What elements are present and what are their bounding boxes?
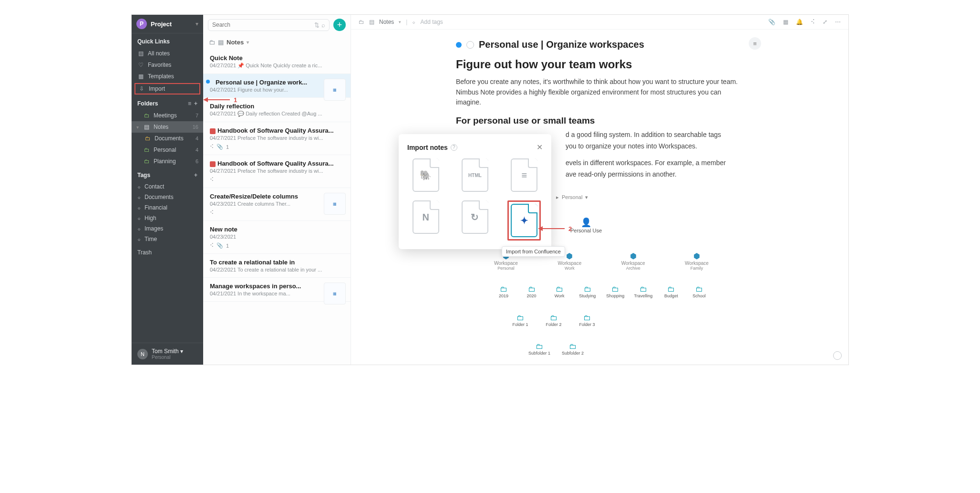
doc-paragraph[interactable]: Before you create any notes, it's worthw… (456, 77, 742, 108)
html-icon: HTML (468, 173, 482, 178)
search-field[interactable] (212, 21, 312, 28)
tag-icon: ⬦ (137, 215, 141, 221)
note-thumbnail: ▦ (324, 283, 346, 304)
person-icon: 👤 (570, 217, 602, 228)
note-list-item[interactable]: Manage workspaces in perso...04/21/2021 … (203, 278, 351, 302)
folder-meetings[interactable]: 🗀 Meetings 7 (132, 110, 203, 121)
folder-documents[interactable]: 🗀 Documents 4 (132, 133, 203, 144)
folder-count: 7 (196, 113, 198, 118)
doc-paragraph-partial: you to organize your notes into Workspac… (566, 141, 742, 152)
folder-personal[interactable]: 🗀 Personal 4 (132, 144, 203, 156)
note-thumbnail: ▦ (324, 193, 346, 215)
filter-icon[interactable]: ⇅ (314, 21, 320, 29)
sidebar-item-all-notes[interactable]: ▤ All notes (132, 48, 203, 59)
note-list-item[interactable]: To create a relational table in04/22/202… (203, 254, 351, 278)
help-icon[interactable]: ? (451, 144, 457, 151)
attachment-icon[interactable]: 📎 (768, 19, 775, 25)
user-workspace: Personal (152, 355, 183, 360)
diagram-person: 👤 Personal Use (570, 217, 602, 233)
import-option-text-icon[interactable]: ≡ (506, 158, 543, 192)
folder-icon: ▤ (144, 124, 151, 130)
close-icon[interactable]: ✕ (536, 143, 543, 152)
folder-count: 6 (196, 158, 198, 164)
sidebar-item-label: All notes (148, 50, 170, 57)
folder-count: 4 (196, 136, 198, 141)
editor-crumb[interactable]: Notes (379, 19, 394, 25)
tag-contact[interactable]: ⬦Contact (132, 181, 203, 192)
note-title[interactable]: Personal use | Organize workspaces (479, 39, 644, 50)
folder-icon[interactable]: 🗀 (359, 19, 364, 25)
import-option-html-icon[interactable]: HTML (456, 158, 493, 192)
template-icon: ▦ (137, 73, 144, 80)
workspace-switcher[interactable]: P Project ▾ (132, 15, 203, 33)
grid-icon[interactable]: ▦ (783, 19, 788, 25)
diagram-breadcrumb: ▸ Personal ▾ (556, 194, 588, 200)
tag-financial[interactable]: ⬦Financial (132, 202, 203, 213)
note-list-item[interactable]: Quick Note04/27/2021 📌 Quick Note Quickl… (203, 50, 351, 74)
user-avatar: N (137, 349, 148, 359)
feedback-icon[interactable] (833, 351, 842, 360)
import-option-evernote-icon[interactable]: 🐘 (407, 158, 444, 192)
folder-icon: 🗀 (144, 112, 151, 119)
sort-icon[interactable]: ≡ (188, 100, 191, 107)
share-small-icon: ⠪ (210, 210, 214, 216)
note-list-item[interactable]: Personal use | Organize work...04/27/202… (203, 74, 351, 98)
modal-title: Import notes (407, 144, 448, 151)
tag-images[interactable]: ⬦Images (132, 223, 203, 234)
block-menu-icon[interactable]: ≡ (749, 37, 761, 50)
doc-subheading[interactable]: For personal use or small teams (456, 115, 742, 126)
expand-icon[interactable]: ⤢ (823, 19, 827, 25)
notes-list-breadcrumb[interactable]: 🗀 ▤ Notes ▾ (203, 35, 351, 50)
workspace-name: Project (151, 21, 172, 28)
share-icon[interactable]: ⠪ (811, 19, 815, 25)
add-folder-icon[interactable]: + (194, 100, 197, 107)
sidebar-item-label: Import (149, 85, 165, 92)
tag-high[interactable]: ⬦High (132, 213, 203, 223)
chevron-down-icon: ▾ (196, 21, 198, 27)
add-tag-icon[interactable]: + (194, 172, 197, 178)
add-note-button[interactable]: + (333, 19, 346, 31)
doc-heading[interactable]: Figure out how your team works (456, 58, 742, 71)
svg-marker-3 (538, 226, 543, 231)
tag-icon: ⬦ (412, 19, 415, 25)
import-icon: ⇩ (138, 85, 145, 92)
attach-small-icon: 📎 (217, 144, 223, 150)
more-icon[interactable]: ⋯ (835, 19, 841, 25)
folder-icon: 🗀 (144, 158, 151, 165)
emoji-picker-icon[interactable] (466, 41, 474, 49)
doc-paragraph-partial: evels in different workspaces. For examp… (566, 158, 742, 168)
tag-time[interactable]: ⬦Time (132, 234, 203, 244)
folder-icon: 🗀 (144, 147, 151, 153)
tags-title: Tags (137, 172, 150, 178)
list-folder-label: Notes (227, 39, 244, 46)
bullet-icon (456, 42, 462, 48)
add-tags-button[interactable]: Add tags (420, 19, 443, 25)
chevron-down-icon: ▾ (136, 125, 141, 130)
import-option-circle-arrow-icon[interactable]: ↻ (456, 200, 493, 241)
share-small-icon: ⠪ (210, 144, 214, 150)
folder-planning[interactable]: 🗀 Planning 6 (132, 156, 203, 167)
folder-notes[interactable]: ▾ ▤ Notes 16 (132, 121, 203, 133)
import-option-confluence-icon[interactable]: ✦ (506, 200, 543, 241)
sidebar-item-import[interactable]: ⇩ Import (134, 83, 200, 94)
tag-documents[interactable]: ⬦Documents (132, 192, 203, 202)
note-list-item[interactable]: Handbook of Software Quality Assura...04… (203, 155, 351, 188)
folder-label: Meetings (154, 112, 177, 119)
text-icon: ≡ (521, 170, 527, 181)
sidebar: P Project ▾ Quick Links ▤ All notes ♡ Fa… (132, 15, 203, 365)
import-notes-modal: Import notes ? ✕ 🐘HTML≡N↻✦ (399, 134, 551, 249)
reminder-icon[interactable]: 🔔 (796, 19, 803, 25)
sidebar-item-label: Favorites (148, 62, 171, 68)
user-menu[interactable]: N Tom Smith ▾ Personal (132, 343, 203, 365)
note-list-item[interactable]: Handbook of Software Quality Assura...04… (203, 122, 351, 155)
tag-icon: ⬦ (137, 204, 141, 211)
note-list-item[interactable]: New note04/23/2021 ⠪ 📎 1 (203, 221, 351, 254)
import-option-notion-icon[interactable]: N (407, 200, 444, 241)
sidebar-item-favorites[interactable]: ♡ Favorites (132, 59, 203, 71)
note-list-item[interactable]: Create/Resize/Delete columns04/23/2021 C… (203, 188, 351, 221)
sidebar-item-templates[interactable]: ▦ Templates (132, 71, 203, 82)
trash-link[interactable]: Trash (132, 244, 203, 259)
search-input[interactable]: ⇅ ⌕ (208, 19, 330, 31)
folder-label: Personal (154, 147, 176, 153)
search-icon[interactable]: ⌕ (321, 21, 325, 29)
